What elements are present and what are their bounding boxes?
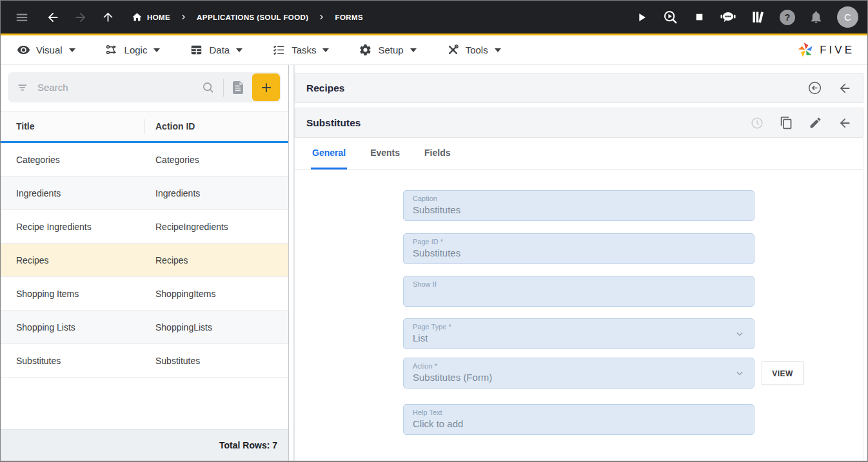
top-navbar: HOME APPLICATIONS (SOUL FOOD) FORMS <box>1 1 867 35</box>
stop-button[interactable] <box>693 10 706 24</box>
menu-tasks[interactable]: Tasks <box>272 43 329 57</box>
documentation-button[interactable] <box>750 9 766 25</box>
edit-button[interactable] <box>809 116 822 130</box>
dropdown-caret-icon <box>69 48 75 52</box>
table-row[interactable]: Ingredients Ingredients <box>1 177 288 210</box>
arrow-back-icon <box>46 10 60 24</box>
field-row: Help Text Click to add <box>403 404 755 435</box>
help-text-field-label: Help Text <box>413 409 745 416</box>
checklist-icon <box>272 43 286 57</box>
field-row: Action * Substitutes (Form) VIEW <box>403 358 755 389</box>
navbar-right: ? C <box>635 6 858 28</box>
gear-icon <box>359 43 372 57</box>
total-rows-label: Total Rows: 7 <box>219 440 277 450</box>
table-row[interactable]: Shopping Lists ShoppingLists <box>1 311 288 344</box>
action-select[interactable]: Action * Substitutes (Form) <box>403 358 755 389</box>
stop-icon <box>693 10 706 24</box>
row-action-id: Ingredients <box>144 188 288 198</box>
search-input[interactable] <box>37 82 201 93</box>
table-row-selected[interactable]: Recipes Recipes <box>1 244 288 277</box>
row-title: Ingredients <box>1 188 144 198</box>
row-title: Recipes <box>1 255 144 265</box>
run-button[interactable] <box>635 10 649 24</box>
notifications-button[interactable] <box>809 10 824 24</box>
menu-visual[interactable]: Visual <box>17 43 75 57</box>
substitutes-header-actions <box>750 116 852 130</box>
go-back-circle-button[interactable] <box>807 81 822 95</box>
up-level-button[interactable] <box>101 10 115 24</box>
menu-data-label: Data <box>209 44 230 55</box>
breadcrumb-home[interactable]: HOME <box>132 12 170 23</box>
menu-tools-label: Tools <box>466 44 488 55</box>
tab-fields[interactable]: Fields <box>423 138 451 169</box>
row-action-id: ShoppingLists <box>144 322 288 332</box>
table-row[interactable]: Categories Categories <box>1 143 288 177</box>
menu-data[interactable]: Data <box>190 43 242 57</box>
table-row[interactable]: Substitutes Substitutes <box>1 344 288 378</box>
search-button[interactable] <box>201 81 215 95</box>
back-circle-icon <box>807 81 822 95</box>
tab-bar: General Events Fields <box>295 138 863 170</box>
menu-setup[interactable]: Setup <box>359 43 416 57</box>
export-csv-button[interactable] <box>230 80 246 95</box>
menu-tools[interactable]: Tools <box>446 43 501 57</box>
help-glyph: ? <box>785 12 791 23</box>
arrow-left-icon <box>838 116 852 130</box>
column-header-action-id[interactable]: Action ID <box>144 121 288 131</box>
breadcrumb-applications-label: APPLICATIONS (SOUL FOOD) <box>197 14 308 21</box>
collapse-substitutes-button[interactable] <box>838 116 852 130</box>
history-button[interactable] <box>750 116 764 130</box>
table-row[interactable]: Recipe Ingredients RecipeIngredients <box>1 210 288 244</box>
chevron-down-icon <box>733 327 746 340</box>
view-action-button[interactable]: VIEW <box>762 361 804 385</box>
filter-icon[interactable] <box>17 81 30 94</box>
help-icon[interactable]: ? <box>780 10 795 25</box>
page-id-field-label: Page ID * <box>413 238 745 245</box>
assistant-button[interactable] <box>720 9 736 26</box>
page-id-field-value: Substitutes <box>413 247 745 259</box>
breadcrumb-forms[interactable]: FORMS <box>335 14 363 21</box>
table-header: Title Action ID <box>1 111 288 143</box>
menu-logic[interactable]: Logic <box>105 43 161 57</box>
tab-general[interactable]: General <box>311 138 347 169</box>
five-pinwheel-icon <box>797 41 814 59</box>
tab-events[interactable]: Events <box>369 138 401 169</box>
dropdown-caret-icon <box>153 48 160 52</box>
page-type-select[interactable]: Page Type * List <box>403 318 755 349</box>
caption-field[interactable]: Caption Substitutes <box>403 190 755 221</box>
preview-button[interactable] <box>662 9 679 26</box>
copy-button[interactable] <box>780 116 793 130</box>
back-button[interactable] <box>46 10 60 24</box>
menu-logic-label: Logic <box>124 44 148 55</box>
row-title: Substitutes <box>1 356 144 366</box>
tools-icon <box>446 43 460 57</box>
hamburger-icon <box>15 10 29 24</box>
field-row: Caption Substitutes <box>403 190 755 221</box>
forward-button[interactable] <box>74 10 88 24</box>
collapse-recipes-button[interactable] <box>838 81 852 95</box>
substitutes-title: Substitutes <box>306 117 750 129</box>
chatbot-icon <box>720 9 736 26</box>
copy-icon <box>780 116 793 130</box>
table-row[interactable]: Shopping Items ShoppingItems <box>1 277 288 311</box>
add-record-button[interactable] <box>252 73 280 101</box>
column-header-title[interactable]: Title <box>1 121 144 131</box>
clock-icon <box>750 116 764 130</box>
hamburger-menu-button[interactable] <box>15 10 29 24</box>
field-row: Show If <box>403 276 755 307</box>
chevron-right-icon <box>179 12 188 22</box>
arrow-up-icon <box>101 10 115 24</box>
caption-field-label: Caption <box>413 195 745 202</box>
dropdown-caret-icon <box>410 48 417 52</box>
user-avatar[interactable]: C <box>837 6 858 28</box>
arrow-left-icon <box>838 81 852 95</box>
breadcrumb-applications[interactable]: APPLICATIONS (SOUL FOOD) <box>197 14 308 21</box>
breadcrumb: HOME APPLICATIONS (SOUL FOOD) FORMS <box>132 12 363 23</box>
caption-field-value: Substitutes <box>413 204 745 216</box>
substitutes-header: Substitutes <box>295 108 863 138</box>
show-if-field[interactable]: Show If <box>403 276 755 307</box>
field-row: Page Type * List <box>403 318 755 349</box>
five-logo: FIVE <box>797 41 854 59</box>
page-id-field[interactable]: Page ID * Substitutes <box>403 233 755 264</box>
help-text-field[interactable]: Help Text Click to add <box>403 404 755 435</box>
